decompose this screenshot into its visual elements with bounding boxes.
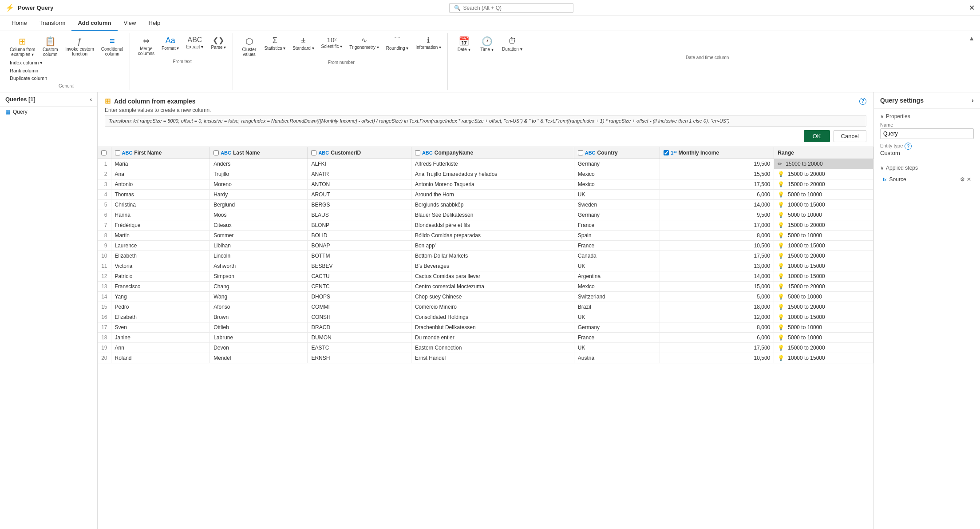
col-company-name-check[interactable]: [415, 150, 420, 155]
bulb-icon: 💡: [778, 355, 784, 361]
ok-button[interactable]: OK: [804, 130, 830, 142]
date-button[interactable]: 📅 Date ▾: [453, 35, 474, 53]
cancel-button[interactable]: Cancel: [834, 130, 866, 142]
table-row: 4 Thomas Hardy AROUT Around the Horn UK …: [98, 190, 873, 200]
range-cell[interactable]: 💡5000 to 10000: [774, 322, 873, 333]
income-cell: 18,000: [660, 302, 774, 312]
rounding-icon: ⌒: [394, 36, 401, 45]
range-cell[interactable]: 💡5000 to 10000: [774, 190, 873, 200]
range-cell[interactable]: 💡15000 to 20000: [774, 220, 873, 231]
custom-column-button[interactable]: 📋 Customcolumn: [40, 35, 61, 58]
company-name-cell: Alfreds Futterkiste: [411, 159, 574, 169]
col-customer-id-check[interactable]: [311, 150, 316, 155]
index-column-button[interactable]: Index column ▾: [7, 59, 126, 67]
standard-button[interactable]: ± Standard ▾: [290, 35, 316, 58]
bulb-icon: 💡: [778, 345, 784, 351]
time-button[interactable]: 🕐 Time ▾: [476, 35, 498, 53]
entity-type-help-icon[interactable]: ?: [905, 143, 912, 150]
scientific-button[interactable]: 10² Scientific ▾: [319, 35, 345, 58]
company-name-cell: Berglunds snabbköp: [411, 200, 574, 210]
range-cell[interactable]: 💡15000 to 20000: [774, 282, 873, 292]
th-customer-id: ABC CustomerID: [308, 147, 411, 159]
tab-help[interactable]: Help: [142, 16, 167, 31]
entity-type-row: Entity type ?: [880, 143, 974, 150]
country-cell: Mexico: [574, 282, 660, 292]
table-row: 8 Martin Sommer BOLID Bólido Comidas pre…: [98, 231, 873, 241]
col-from-examples-button[interactable]: ⊞ Column fromexamples ▾: [7, 35, 38, 58]
customer-id-cell: BOTTM: [308, 251, 411, 261]
sidebar-header: Queries [1] ‹: [0, 92, 97, 107]
col-country-check[interactable]: [578, 150, 583, 155]
range-cell[interactable]: 💡5000 to 10000: [774, 210, 873, 220]
ribbon-collapse-button[interactable]: ▲: [968, 35, 975, 42]
data-table-wrapper[interactable]: ABC First Name ABC Last Name ABC Custome…: [98, 147, 873, 529]
range-cell[interactable]: 💡15000 to 20000: [774, 343, 873, 353]
step-delete-icon[interactable]: ✕: [967, 176, 971, 183]
step-source-label: Source: [889, 176, 906, 183]
merge-columns-button[interactable]: ⇔ Mergecolumns: [135, 35, 157, 57]
range-cell[interactable]: 💡10000 to 15000: [774, 312, 873, 322]
range-cell[interactable]: 💡10000 to 15000: [774, 261, 873, 271]
sidebar-item-query[interactable]: ▦ Query: [0, 107, 97, 117]
trigonometry-button[interactable]: ∿ Trigonometry ▾: [347, 35, 381, 58]
right-panel-expand-icon[interactable]: ›: [972, 97, 974, 104]
close-button[interactable]: ✕: [969, 4, 975, 12]
income-cell: 14,000: [660, 200, 774, 210]
parse-button[interactable]: ❮❯ Parse ▾: [208, 35, 229, 57]
country-cell: Germany: [574, 210, 660, 220]
rank-column-button[interactable]: Rank column: [7, 67, 126, 74]
company-name-cell: Comércio Mineiro: [411, 302, 574, 312]
country-cell: Argentina: [574, 271, 660, 282]
conditional-column-button[interactable]: ≡ Conditionalcolumn: [99, 35, 126, 58]
range-cell[interactable]: 💡5000 to 10000: [774, 333, 873, 343]
col-last-name-check[interactable]: [213, 150, 219, 155]
information-button[interactable]: ℹ Information ▾: [413, 35, 444, 58]
range-cell[interactable]: ✏15000 to 20000: [774, 159, 873, 169]
rounding-button[interactable]: ⌒ Rounding ▾: [383, 35, 411, 58]
company-name-cell: Antonio Moreno Taqueria: [411, 179, 574, 190]
help-circle-icon[interactable]: ?: [859, 98, 866, 105]
customer-id-cell: ANTON: [308, 179, 411, 190]
select-all-checkbox[interactable]: [101, 150, 107, 155]
statistics-button[interactable]: Σ Statistics ▾: [261, 35, 288, 58]
range-cell[interactable]: 💡10000 to 15000: [774, 200, 873, 210]
search-input[interactable]: [463, 5, 569, 11]
cluster-values-button[interactable]: ⬡ Clustervalues: [238, 35, 260, 58]
duration-button[interactable]: ⏱ Duration ▾: [499, 35, 525, 53]
range-cell[interactable]: 💡10000 to 15000: [774, 271, 873, 282]
range-cell[interactable]: 💡15000 to 20000: [774, 251, 873, 261]
col-first-name-check[interactable]: [115, 150, 120, 155]
properties-label: Properties: [886, 113, 910, 119]
search-bar[interactable]: 🔍: [449, 3, 573, 13]
duplicate-column-button[interactable]: Duplicate column: [7, 75, 126, 82]
add-col-actions: OK Cancel: [105, 130, 866, 142]
step-settings-icon[interactable]: ⚙: [960, 176, 965, 183]
tab-transform[interactable]: Transform: [33, 16, 72, 31]
range-cell[interactable]: 💡15000 to 20000: [774, 169, 873, 179]
conditional-col-icon: ≡: [110, 36, 115, 46]
name-input[interactable]: [880, 128, 974, 139]
company-name-cell: B's Beverages: [411, 261, 574, 271]
invoke-custom-function-button[interactable]: ƒ Invoke customfunction: [63, 35, 96, 58]
tab-home[interactable]: Home: [5, 16, 33, 31]
range-cell[interactable]: 💡10000 to 15000: [774, 241, 873, 251]
applied-steps-title[interactable]: ∨ Applied steps: [880, 165, 974, 171]
tab-add-column[interactable]: Add column: [71, 16, 117, 31]
country-cell: UK: [574, 312, 660, 322]
range-cell[interactable]: 💡15000 to 20000: [774, 179, 873, 190]
properties-section: ∨ Properties Name Entity type ? Custom: [874, 109, 980, 161]
range-cell[interactable]: 💡5000 to 10000: [774, 292, 873, 302]
properties-title[interactable]: ∨ Properties: [880, 113, 974, 119]
extract-icon: ABC: [187, 36, 202, 44]
col-income-check[interactable]: [664, 150, 669, 155]
extract-button[interactable]: ABC Extract ▾: [183, 35, 206, 57]
format-button[interactable]: Aa Format ▾: [159, 35, 182, 57]
range-cell[interactable]: 💡15000 to 20000: [774, 302, 873, 312]
sidebar-collapse-icon[interactable]: ‹: [90, 96, 92, 103]
bulb-icon: 💡: [778, 253, 784, 259]
table-row: 9 Laurence Libihan BONAP Bon app' France…: [98, 241, 873, 251]
step-source[interactable]: fx Source ⚙ ✕: [880, 175, 974, 184]
tab-view[interactable]: View: [118, 16, 142, 31]
range-cell[interactable]: 💡10000 to 15000: [774, 353, 873, 363]
range-cell[interactable]: 💡5000 to 10000: [774, 231, 873, 241]
